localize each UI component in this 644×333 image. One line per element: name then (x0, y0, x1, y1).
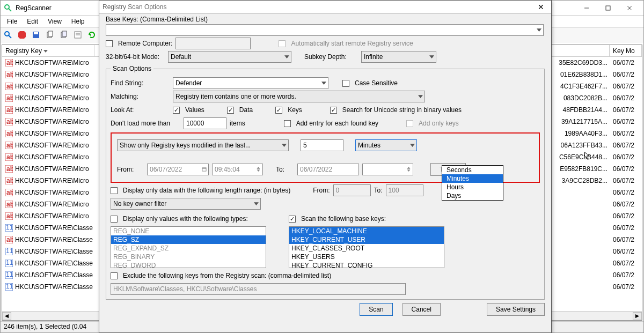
svg-rect-14 (62, 31, 67, 36)
look-values-checkbox[interactable] (173, 107, 180, 114)
list-item[interactable]: REG_NONE (111, 227, 266, 235)
binary-value-icon: 110 (5, 271, 13, 279)
remote-computer-input[interactable] (175, 38, 251, 49)
scroll-left-icon[interactable]: ◄ (2, 312, 11, 320)
toolbar-copy2-icon[interactable] (58, 29, 69, 40)
time-unit-dropdown[interactable]: SecondsMinutesHoursDays (442, 165, 503, 201)
base-keys-combo[interactable] (106, 24, 544, 36)
auto-remote-label: Automatically start remote Registry serv… (291, 40, 413, 47)
string-value-icon: ab (5, 94, 13, 102)
string-value-icon: ab (5, 153, 13, 161)
svg-point-0 (5, 5, 9, 9)
to-date-picker[interactable]: 06/07/2022 (297, 164, 359, 175)
length-from-input[interactable] (333, 184, 371, 196)
col-regkey[interactable]: Registry Key (2, 45, 94, 56)
list-item[interactable]: REG_BINARY (111, 253, 266, 261)
look-data-checkbox[interactable] (227, 107, 234, 114)
chevron-down-icon (321, 79, 326, 87)
look-keys-checkbox[interactable] (275, 107, 282, 114)
find-string-combo[interactable]: Defender (173, 77, 328, 89)
mode-label: 32-bit/64-bit Mode: (106, 53, 165, 61)
dropdown-option[interactable]: Hours (442, 183, 503, 191)
list-item[interactable]: HKEY_CURRENT_USER (289, 235, 444, 244)
toolbar-stop-icon[interactable] (17, 29, 27, 40)
scan-button[interactable]: Scan (360, 303, 392, 316)
calendar-icon (202, 166, 207, 173)
toolbar-properties-icon[interactable] (72, 29, 83, 40)
exclude-keys-label: Exclude the following keys from the Regi… (123, 272, 331, 279)
subkey-combo[interactable]: Infinite (361, 51, 436, 63)
add-only-label: Add only keys (419, 120, 459, 127)
svg-marker-74 (257, 169, 260, 172)
dropdown-option[interactable]: Minutes (442, 174, 503, 183)
menu-edit[interactable]: Edit (23, 17, 42, 26)
auto-remote-checkbox (279, 40, 286, 47)
svg-text:ab: ab (6, 201, 13, 208)
dont-load-input[interactable] (184, 117, 226, 129)
unicode-checkbox[interactable] (330, 107, 337, 114)
minimize-button[interactable] (576, 2, 597, 14)
add-entry-checkbox[interactable] (284, 120, 291, 127)
svg-text:110: 110 (6, 224, 13, 231)
toolbar-save-icon[interactable] (31, 29, 41, 40)
exclude-keys-input[interactable] (111, 283, 406, 295)
time-unit-combo[interactable]: Minutes (355, 139, 417, 151)
length-to-input[interactable] (386, 184, 423, 196)
to-time-spinner[interactable] (362, 164, 413, 175)
chevron-down-icon (284, 53, 289, 61)
case-sensitive-checkbox[interactable] (342, 80, 349, 87)
exclude-keys-checkbox[interactable] (111, 272, 118, 279)
svg-text:ab: ab (6, 71, 13, 78)
dropdown-option[interactable]: Seconds (442, 166, 503, 174)
svg-rect-10 (34, 32, 38, 34)
save-settings-button[interactable]: Save Settings (487, 303, 545, 316)
maximize-button[interactable] (597, 2, 619, 14)
menu-file[interactable]: File (3, 17, 21, 26)
dropdown-option[interactable]: Days (442, 191, 503, 200)
app-icon (4, 4, 12, 12)
list-item[interactable]: HKEY_LOCAL_MACHINE (289, 227, 444, 235)
string-value-icon: ab (5, 201, 13, 208)
base-keys-checkbox[interactable] (289, 216, 296, 223)
menu-help[interactable]: Help (67, 17, 89, 26)
value-types-checkbox[interactable] (111, 216, 118, 223)
show-only-combo[interactable]: Show only Registry keys modified in the … (117, 139, 289, 151)
from-time-spinner[interactable]: 09:45:04 (212, 164, 263, 175)
look-keys-label: Keys (288, 106, 302, 114)
menu-view[interactable]: View (43, 17, 66, 26)
from-label: From: (117, 166, 144, 173)
remote-computer-checkbox[interactable] (106, 40, 113, 47)
scroll-right-icon[interactable]: ► (633, 312, 642, 320)
mode-combo[interactable]: Default (168, 51, 291, 63)
dialog-close-button[interactable]: ✕ (534, 3, 548, 11)
owner-filter-combo[interactable]: No key owner filter (111, 198, 261, 210)
cancel-button[interactable]: Cancel (402, 303, 441, 316)
last-value-input[interactable] (301, 139, 343, 151)
base-keys-listbox[interactable]: HKEY_LOCAL_MACHINEHKEY_CURRENT_USERHKEY_… (289, 226, 444, 268)
look-values-label: Values (185, 106, 204, 114)
app-title: RegScanner (16, 4, 52, 12)
find-string-label: Find String: (111, 79, 170, 87)
list-item[interactable]: REG_SZ (111, 235, 266, 244)
value-types-listbox[interactable]: REG_NONEREG_SZREG_EXPAND_SZREG_BINARYREG… (111, 226, 266, 268)
list-item[interactable]: HKEY_CURRENT_CONFIG (289, 261, 444, 268)
matching-combo[interactable]: Registry item contains one or more words… (173, 91, 425, 102)
list-item[interactable]: REG_EXPAND_SZ (111, 244, 266, 253)
string-value-icon: ab (5, 189, 13, 196)
status-text: 246 item(s), 1 Selected (0.04 (4, 323, 86, 330)
list-item[interactable]: HKEY_USERS (289, 253, 444, 261)
col-keymod[interactable]: Key Mo (610, 45, 642, 56)
unicode-label: Search for Unicode string in binary valu… (342, 106, 462, 114)
toolbar-search-icon[interactable] (3, 29, 13, 40)
dialog-title-bar[interactable]: Registry Scan Options ✕ (99, 1, 551, 13)
dialog-title: Registry Scan Options (103, 3, 166, 11)
case-sensitive-label: Case Sensitive (355, 79, 398, 87)
remote-computer-label: Remote Computer: (118, 40, 172, 47)
length-range-checkbox[interactable] (111, 187, 118, 194)
list-item[interactable]: HKEY_CLASSES_ROOT (289, 244, 444, 253)
close-button[interactable] (619, 2, 640, 14)
from-date-picker[interactable]: 06/07/2022 (147, 164, 209, 175)
toolbar-copy-icon[interactable] (45, 29, 55, 40)
list-item[interactable]: REG_DWORD (111, 261, 266, 268)
toolbar-refresh-icon[interactable] (86, 29, 97, 40)
